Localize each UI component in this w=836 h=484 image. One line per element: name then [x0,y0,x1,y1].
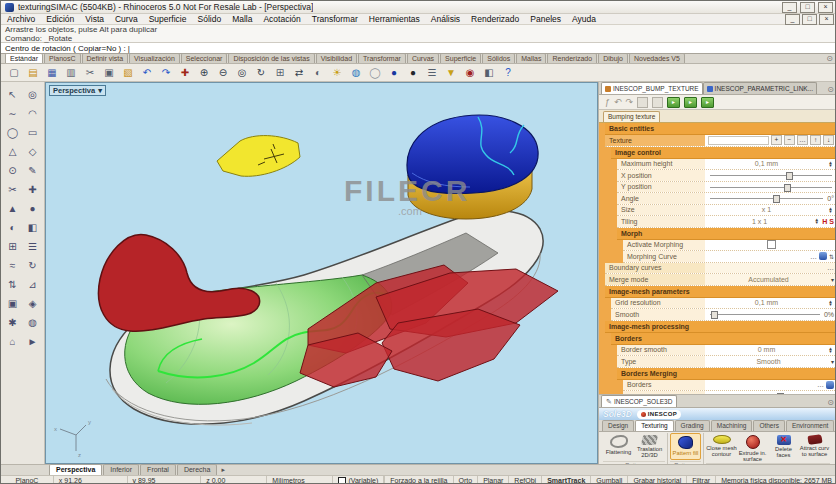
sole3d-ribbon-tab[interactable]: Environment [786,420,835,431]
menu-item[interactable]: Transformar [312,14,358,24]
status-units[interactable]: Milímetros [267,476,333,484]
toolbar-tab[interactable]: PlanosC [44,53,80,63]
points-icon[interactable]: ◎ [23,85,43,104]
tab-inescop-bump-texture[interactable]: INESCOP_BUMP_TEXTURE [601,82,703,94]
toolbar-tab[interactable]: Visibilidad [316,53,357,63]
script-icon[interactable]: ƒ [605,97,610,107]
attract-curve-to-surface-button[interactable]: Attract curv to surface [799,433,830,462]
traslation-2d3d-button[interactable]: Traslation 2D/3D [634,433,665,460]
maximize-icon[interactable]: □ [800,2,815,13]
size-stepper[interactable]: ▲▼ [827,207,834,213]
status-gumball-toggle[interactable]: Gumball [591,476,628,484]
toolbar-tab[interactable]: Estándar [5,53,43,63]
section-image-mesh-processing[interactable]: Image-mesh processing [605,321,836,333]
toolbar-tab[interactable]: Mallas [516,53,546,63]
perspective-viewport[interactable]: FILECR .com x y z Perspectiva ▾ [45,82,598,464]
surface-icon[interactable]: ▲ [3,199,23,218]
zoom-extents-icon[interactable]: ◎ [233,64,251,81]
sole3d-ribbon-tab[interactable]: Design [602,420,634,431]
tab-frontal[interactable]: Frontal [140,464,176,475]
save-mesh-icon[interactable]: ▸ [684,97,697,108]
extrude-in-surface-button[interactable]: Extrude in. surface [737,433,768,462]
close-mesh-contour-button[interactable]: Close mesh contour [706,433,737,462]
redo-icon[interactable]: ↷ [626,97,634,107]
menu-item[interactable]: Acotación [263,14,300,24]
play-icon[interactable]: ► [23,332,43,351]
polyline-icon[interactable]: △ [3,142,23,161]
open-file-icon[interactable]: ▤ [24,64,42,81]
tab-inferior[interactable]: Inferior [103,464,139,475]
tab-inescop-sole3d[interactable]: ✎ INESCOP_SOLE3D [601,395,677,407]
pan-icon[interactable]: ✚ [176,64,194,81]
rotate-view-icon[interactable]: ↻ [252,64,270,81]
sphere-icon[interactable]: ● [23,199,43,218]
section-image-mesh-parameters[interactable]: Image-mesh parameters [605,286,836,298]
toolbar-tab[interactable]: Visualización [129,53,180,63]
section-morph[interactable]: Morph [617,228,836,240]
sphere-dark-icon[interactable]: ● [404,64,422,81]
zoom-window-icon[interactable]: ⊕ [195,64,213,81]
cut-icon[interactable]: ✂ [81,64,99,81]
toolbar-tab[interactable]: Dibujo [598,53,628,63]
menu-item[interactable]: Curva [115,14,138,24]
section-image-control[interactable]: Image control [611,147,836,159]
mirror-icon[interactable]: ◐ [309,64,327,81]
select-icon[interactable]: ↖ [3,85,23,104]
paste-icon[interactable]: ▧ [119,64,137,81]
texture-add-button[interactable]: + [771,135,782,145]
sphere-blue-icon[interactable]: ● [385,64,403,81]
sole3d-ribbon-tab[interactable]: Machining [711,420,753,431]
wave-icon[interactable]: ≈ [3,256,23,275]
menu-item[interactable]: Sólido [197,14,221,24]
morphing-swap-icon[interactable]: ⇅ [829,253,834,260]
zoom-out-icon[interactable]: ⊖ [214,64,232,81]
toolbar-tab[interactable]: Superficie [440,53,481,63]
curve-icon[interactable]: ∼ [3,104,23,123]
menu-item[interactable]: Vista [85,14,104,24]
menu-item[interactable]: Archivo [7,14,35,24]
activate-morphing-checkbox[interactable] [767,240,776,249]
diamond-icon[interactable]: ◇ [23,142,43,161]
sole3d-ribbon-tab[interactable]: Grading [675,420,710,431]
toolbar-tab[interactable]: Novedades V5 [629,53,685,63]
explode-icon[interactable]: ✱ [3,313,23,332]
texture-field[interactable] [708,136,769,145]
undo-icon[interactable]: ↶ [138,64,156,81]
triangle-icon[interactable]: ⊿ [23,275,43,294]
apply-mesh-icon[interactable]: ▸ [667,97,680,108]
arc-icon[interactable]: ◠ [23,104,43,123]
status-layer[interactable]: (Variable) [333,476,384,484]
shade-icon[interactable]: ◐ [3,218,23,237]
viewport-canvas[interactable]: FILECR .com x y z [46,83,597,463]
child-close-icon[interactable]: × [819,14,834,25]
sole3d-ribbon-tab[interactable]: Texturing [635,420,673,431]
menu-item[interactable]: Malla [232,14,252,24]
tiling-h-toggle[interactable]: H [822,218,827,225]
toolbar-tab[interactable]: Seleccionar [181,53,228,63]
morphing-curve-icon[interactable] [819,252,827,260]
section-basic-entities[interactable]: Basic entities [605,123,836,135]
minimize-icon[interactable]: _ [782,2,797,13]
tab-inescop-parametric-link[interactable]: INESCOP_PARAMETRIC_LINK... [703,82,818,94]
viewport-title-chip[interactable]: Perspectiva ▾ [49,85,106,96]
child-restore-icon[interactable]: □ [802,14,817,25]
merge-mode-value[interactable]: Accumulated [708,276,829,283]
size-value[interactable]: x 1 [708,206,825,213]
y-position-slider[interactable] [708,183,834,191]
tab-derecha[interactable]: Derecha [177,464,217,475]
filter-icon[interactable]: ▼ [442,64,460,81]
grid-icon[interactable]: ⊞ [3,237,23,256]
copy-icon[interactable]: ▣ [100,64,118,81]
rotate-icon[interactable]: ↻ [23,256,43,275]
pattern-fill-button[interactable]: Pattern fill [670,433,701,460]
toolbar-tab[interactable]: Disposición de las vistas [228,53,314,63]
viewport-tab-scroll-icon[interactable]: ▸ [221,465,225,475]
help-icon[interactable]: ? [499,64,517,81]
menu-item[interactable]: Renderizado [471,14,519,24]
new-file-icon[interactable]: ▢ [5,64,23,81]
merge-mode-dropdown-icon[interactable]: ▾ [831,276,834,283]
tiling-stepper[interactable]: ▲▼ [813,218,820,224]
menu-item[interactable]: Edición [46,14,74,24]
section-borders[interactable]: Borders [611,333,836,345]
tab-perspectiva[interactable]: Perspectiva [49,464,102,475]
